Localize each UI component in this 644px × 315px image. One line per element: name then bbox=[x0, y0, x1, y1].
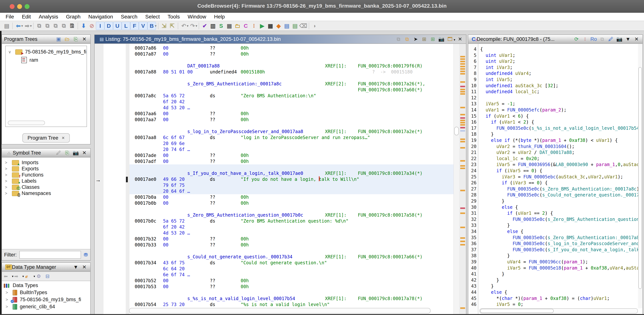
overview-mark[interactable] bbox=[460, 117, 465, 119]
listing-row[interactable]: 00017b5300??00h bbox=[94, 284, 454, 290]
overview-mark[interactable] bbox=[460, 138, 465, 140]
tables-icon[interactable]: ▤ bbox=[283, 22, 291, 30]
code-line[interactable]: uVar4 = FUN_000196cc(param_1); bbox=[480, 259, 638, 265]
overview-mark[interactable] bbox=[460, 207, 465, 209]
chevron-right-icon[interactable]: > bbox=[5, 166, 9, 171]
code-line[interactable]: iVar5 = 0; bbox=[480, 302, 638, 307]
cursor-arrow-icon[interactable]: ➤ bbox=[412, 36, 420, 43]
dtm-archive-1[interactable]: >BuiltInTypes bbox=[6, 290, 47, 296]
back-icon[interactable]: ⬅ bbox=[4, 274, 11, 279]
code-line[interactable]: if (uVar1 < 2) { bbox=[480, 119, 638, 125]
chevron-right-icon[interactable]: > bbox=[6, 290, 10, 295]
code-line[interactable]: if (uVar1 < 6) { bbox=[480, 113, 638, 119]
decompiler-icon[interactable]: C bbox=[242, 22, 250, 30]
symbol-tree-item-namespaces[interactable]: >{}Namespaces bbox=[5, 191, 51, 196]
script-manager-icon[interactable]: S bbox=[217, 22, 225, 30]
dropdown-icon[interactable]: ▼ bbox=[624, 36, 632, 43]
symbol-tree-header[interactable]: ⛬ Symbol Tree 🖉⎘📷✕ bbox=[2, 149, 90, 157]
path-icon-dropdown[interactable]: ▾ bbox=[34, 275, 35, 278]
listing-vertical-scrollbar[interactable] bbox=[454, 44, 460, 315]
code-line[interactable]: } bbox=[480, 283, 638, 289]
code-line[interactable]: } bbox=[480, 253, 638, 259]
overview-mark[interactable] bbox=[460, 114, 465, 115]
data-type-manager-icon[interactable]: 🗀 bbox=[234, 22, 242, 30]
paste-icon[interactable]: ⧉ bbox=[43, 22, 52, 30]
listing-row[interactable]: 00017a8700??00h bbox=[94, 51, 454, 57]
listing-row[interactable]: s_Zero_BMS_Authentication_question_00017… bbox=[94, 212, 454, 218]
menu-help[interactable]: Help bbox=[214, 14, 225, 20]
listing-row[interactable]: 20 69 6e bbox=[94, 141, 454, 146]
code-line[interactable]: *(char *)(param_1 + 0xaf38) = (char)uVar… bbox=[480, 296, 638, 302]
code-line[interactable]: uVar1 = FUN_00005efc(param_2); bbox=[480, 107, 638, 113]
listing-row[interactable] bbox=[94, 123, 454, 129]
code-line[interactable]: else { bbox=[480, 289, 638, 295]
listing-row[interactable]: DAT_00017a88XREF[1]:FUN_000179c8:000179f… bbox=[94, 63, 454, 69]
dtm-tree[interactable]: Data Types>BuiltInTypes>✓75-08156-26_my1… bbox=[2, 282, 90, 315]
overview-mark[interactable] bbox=[460, 73, 465, 74]
menu-analysis[interactable]: Analysis bbox=[38, 14, 58, 20]
overview-mark[interactable] bbox=[460, 81, 465, 83]
overview-mark[interactable] bbox=[460, 86, 465, 87]
chevron-right-icon[interactable]: > bbox=[5, 160, 9, 165]
code-line[interactable]: uint uVar2; bbox=[480, 58, 638, 64]
listing-row[interactable]: 00017ae049 66 20ds"If you do not have a … bbox=[94, 176, 454, 182]
close-icon[interactable]: ✕ bbox=[633, 36, 640, 43]
listing-row[interactable]: 6e 6f 74 … bbox=[94, 272, 454, 278]
menu-tools[interactable]: Tools bbox=[168, 14, 180, 20]
overview-mark[interactable] bbox=[460, 122, 465, 123]
overview-mark[interactable] bbox=[460, 127, 465, 128]
code-line[interactable]: int iVar5; bbox=[480, 77, 638, 83]
listing-row[interactable]: 79 6f 75 bbox=[94, 182, 454, 188]
menu-navigation[interactable]: Navigation bbox=[88, 14, 113, 20]
dtm-root-node[interactable]: Data Types bbox=[3, 283, 38, 288]
overview-mark[interactable] bbox=[460, 89, 465, 90]
menu-select[interactable]: Select bbox=[145, 14, 160, 20]
decompile-code-view[interactable]: { uint uVar1; uint uVar2; int iVar3; und… bbox=[480, 44, 638, 315]
overview-mark[interactable] bbox=[460, 91, 465, 92]
import-tree-icon[interactable]: ⎘ bbox=[72, 36, 80, 43]
code-line[interactable]: FUN_00035e0c(s_log_in_to_ZeroPasscodeSer… bbox=[480, 241, 638, 247]
listing-row[interactable]: 00017b5200??00h bbox=[94, 278, 454, 284]
listing-row[interactable]: 6f 20 42 bbox=[94, 99, 454, 105]
code-line[interactable]: FUN_00035e0c(s_Zero_BMS_Authentication_q… bbox=[480, 216, 638, 222]
listing-row[interactable]: 20 64 6f … bbox=[94, 188, 454, 194]
menu-graph[interactable]: Graph bbox=[66, 14, 80, 20]
listing-scroll-thumb[interactable] bbox=[454, 127, 459, 135]
overview-mark[interactable] bbox=[460, 141, 465, 142]
code-line[interactable]: int iVar3; bbox=[480, 64, 638, 70]
paste-special-icon[interactable]: ⧉ bbox=[60, 22, 68, 30]
program-trees-header[interactable]: Program Trees ▣🗁⎘✕ bbox=[2, 35, 90, 44]
tab-close-icon[interactable]: × bbox=[62, 135, 65, 141]
listing-row[interactable] bbox=[94, 290, 454, 296]
new-tree-icon[interactable]: ▣ bbox=[55, 36, 62, 43]
edit-function-icon[interactable]: ⇱ bbox=[168, 22, 176, 30]
menu-file[interactable]: File bbox=[6, 14, 14, 20]
code-line[interactable]: } bbox=[480, 222, 638, 228]
import-icon[interactable]: ⎘ bbox=[64, 149, 71, 156]
code-line[interactable]: } bbox=[480, 131, 638, 137]
listing-row[interactable]: 00017aa86c 6f 67ds"log in to ZeroPasscod… bbox=[94, 135, 454, 141]
edit-fields-icon-dropdown[interactable]: ▾ bbox=[454, 38, 455, 41]
edit-icon[interactable]: 🖉 bbox=[55, 149, 62, 156]
code-line[interactable]: local_1c = 0x20; bbox=[480, 156, 638, 162]
listing-row[interactable]: 00017b3443 6f 75ds"Could not generate qu… bbox=[94, 260, 454, 266]
program-tree-tab[interactable]: Program Tree × bbox=[22, 133, 70, 143]
edit-icon[interactable]: 🖉 bbox=[607, 36, 614, 43]
listing-row[interactable]: s_log_in_to_ZeroPasscodeServer_and_00017… bbox=[94, 129, 454, 135]
dtm-archive-2[interactable]: >✓75-08156-26_my19_bms_firmw bbox=[6, 297, 81, 303]
chevron-right-icon[interactable]: > bbox=[5, 191, 9, 196]
create-function-icon[interactable]: ⇲ bbox=[160, 22, 168, 30]
code-line[interactable]: FUN_00035e0c(s_Zero_BMS_Authentication:_… bbox=[480, 186, 638, 192]
listing-row[interactable]: 00017b3300??00h bbox=[94, 242, 454, 248]
listing-view[interactable]: 00017a8600??00h00017a8700??00hDAT_00017a… bbox=[94, 44, 454, 315]
disassemble-icon[interactable]: ⬇ bbox=[80, 22, 88, 30]
code-line[interactable]: uVar2 = thunk_FUN_00031604(); bbox=[480, 144, 638, 149]
close-icon[interactable]: ✕ bbox=[456, 36, 464, 43]
tree-node-root[interactable]: ∨ ➤ 75-08156-26_my19_bms_fi bbox=[8, 49, 86, 55]
overview-mark[interactable] bbox=[460, 130, 465, 132]
listing-row[interactable]: 00017a8600??00h bbox=[94, 45, 454, 51]
menu-window[interactable]: Window bbox=[188, 14, 206, 20]
code-line[interactable]: iVar5 = FUN_00036956(&LAB_00003e90 + par… bbox=[480, 162, 638, 168]
overview-mark[interactable] bbox=[460, 147, 465, 149]
redo-icon-dropdown[interactable]: ▾ bbox=[196, 24, 197, 28]
